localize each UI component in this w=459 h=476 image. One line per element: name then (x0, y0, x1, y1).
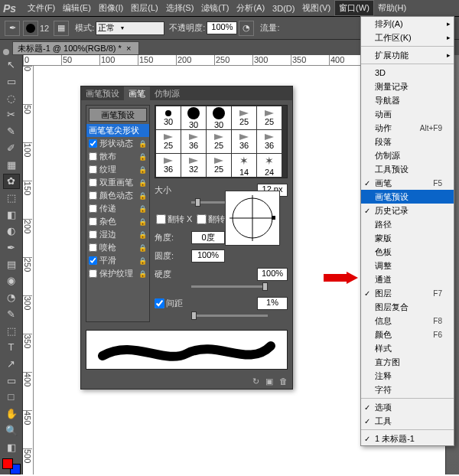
brush-tip-cell[interactable]: 25 (207, 154, 231, 177)
brush-option-row[interactable]: 散布🔒 (86, 150, 149, 163)
brush-option-row[interactable]: 喷枪🔒 (86, 241, 149, 254)
tool-button[interactable]: ▭ (3, 74, 20, 90)
brush-option-row[interactable]: 颜色动态🔒 (86, 189, 149, 202)
menu-item[interactable]: 字符 (361, 383, 454, 396)
brush-preset-picker[interactable] (23, 21, 38, 36)
menu-file[interactable]: 文件(F) (24, 0, 59, 16)
menu-item[interactable]: 调整 (361, 259, 454, 272)
tool-preset-picker[interactable]: ✒ (5, 21, 20, 36)
tool-button[interactable]: ✎ (3, 124, 20, 139)
option-checkbox[interactable] (89, 243, 97, 252)
menu-item[interactable]: 图层复合 (361, 300, 454, 314)
tool-button[interactable]: ◐ (3, 223, 20, 239)
spacing-checkbox[interactable] (155, 298, 164, 308)
menu-item[interactable]: 通道 (361, 272, 454, 286)
tool-button[interactable]: ◧ (3, 207, 20, 222)
menu-item[interactable]: 仿制源 (361, 148, 454, 162)
color-swatches[interactable] (2, 458, 21, 474)
menu-item[interactable]: 蒙版 (361, 231, 454, 245)
brush-presets-header[interactable]: 画笔预设 (89, 108, 147, 122)
tool-button[interactable]: ✐ (3, 141, 20, 156)
menu-3d[interactable]: 3D(D) (269, 0, 298, 16)
menu-item[interactable]: 动画 (361, 107, 454, 121)
menu-item[interactable]: 动作Alt+F9 (361, 121, 454, 135)
new-preset-icon[interactable]: ▣ (265, 377, 273, 386)
tool-button[interactable]: ↖ (3, 57, 20, 73)
menu-filter[interactable]: 滤镜(T) (197, 0, 233, 16)
brush-tip-cell[interactable]: 30 (207, 106, 231, 129)
menu-item[interactable]: 段落 (361, 135, 454, 148)
tool-button[interactable]: 🔍 (3, 422, 20, 438)
angle-field[interactable]: 0度 (191, 231, 225, 244)
menu-item[interactable]: 色板 (361, 245, 454, 259)
tool-button[interactable]: T (3, 340, 20, 355)
tool-button[interactable]: ▤ (3, 256, 20, 272)
spacing-slider[interactable] (191, 311, 268, 321)
option-checkbox[interactable] (89, 165, 97, 174)
menu-item[interactable]: 工作区(K) (361, 31, 454, 44)
brush-tip-cell[interactable]: 32 (181, 154, 206, 177)
menu-item[interactable]: 排列(A) (361, 17, 454, 31)
brush-tip-cell[interactable]: 36 (232, 130, 256, 153)
brush-tip-cell[interactable]: 25 (207, 130, 231, 153)
brush-tip-cell[interactable]: 36 (181, 130, 206, 153)
brush-option-row[interactable]: 平滑🔒 (86, 254, 149, 267)
brush-tip-grid[interactable]: 30303025252536253636363225✶14✶24 (155, 105, 288, 178)
menu-item[interactable]: 测量记录 (361, 80, 454, 93)
brush-tip-cell[interactable]: 25 (257, 106, 282, 129)
menu-item[interactable]: 直方图 (361, 355, 454, 369)
menu-item[interactable]: ✓画笔F5 (361, 176, 454, 190)
tool-button[interactable]: ✂ (3, 107, 20, 122)
brush-option-row[interactable]: 保护纹理🔒 (86, 267, 149, 280)
menu-item[interactable]: 路径 (361, 217, 454, 231)
tool-button[interactable]: ◌ (3, 90, 20, 106)
roundness-field[interactable]: 100% (191, 249, 225, 262)
flip-y-checkbox[interactable] (197, 214, 207, 224)
brush-tip-cell[interactable]: ✶24 (257, 154, 282, 177)
option-checkbox[interactable] (89, 256, 97, 265)
brush-tip-cell[interactable]: 36 (257, 130, 282, 153)
tool-button[interactable]: □ (3, 390, 20, 405)
option-checkbox[interactable] (89, 139, 97, 148)
tab-clone-source[interactable]: 仿制源 (150, 86, 184, 100)
menu-select[interactable]: 选择(S) (162, 0, 198, 16)
brush-option-row[interactable]: 传递🔒 (86, 202, 149, 215)
tool-button[interactable]: ◉ (3, 273, 20, 289)
brush-angle-diagram[interactable] (225, 191, 280, 246)
menu-view[interactable]: 视图(V) (298, 0, 334, 16)
delete-icon[interactable]: 🗑 (279, 377, 288, 386)
tool-button[interactable]: ✋ (3, 406, 20, 422)
tool-button[interactable]: ▦ (3, 157, 20, 172)
menu-help[interactable]: 帮助(H) (374, 0, 410, 16)
tool-button[interactable]: ◔ (3, 290, 20, 305)
menu-item[interactable]: ✓选项 (361, 400, 454, 414)
menu-item[interactable]: 3D (361, 66, 454, 80)
menu-item[interactable]: 扩展功能 (361, 48, 454, 62)
refresh-icon[interactable]: ↻ (252, 377, 259, 386)
menu-item[interactable]: 注释 (361, 369, 454, 383)
tool-button[interactable]: ↗ (3, 357, 20, 372)
menu-layer[interactable]: 图层(L) (127, 0, 161, 16)
menu-item[interactable]: 画笔预设 (361, 190, 454, 204)
option-checkbox[interactable] (89, 191, 97, 200)
menu-item[interactable]: 导航器 (361, 93, 454, 107)
close-icon[interactable]: × (126, 44, 131, 53)
menu-item[interactable]: 信息F8 (361, 314, 454, 328)
tool-button[interactable]: ✿ (3, 174, 20, 189)
menu-item[interactable]: ✓工具 (361, 414, 454, 428)
option-checkbox[interactable] (89, 204, 97, 213)
option-checkbox[interactable] (89, 178, 97, 187)
brush-panel-toggle[interactable]: ▦ (54, 21, 69, 36)
menu-item[interactable]: 颜色F6 (361, 328, 454, 341)
tab-brush[interactable]: 画笔 (124, 86, 150, 100)
brush-option-row[interactable]: 画笔笔尖形状 (86, 124, 149, 137)
spacing-field[interactable]: 1% (257, 297, 288, 310)
brush-tip-cell[interactable]: 30 (156, 106, 181, 129)
menu-item[interactable]: 工具预设 (361, 162, 454, 176)
brush-option-row[interactable]: 双重画笔🔒 (86, 176, 149, 189)
tool-button[interactable]: ✎ (3, 307, 20, 322)
option-checkbox[interactable] (89, 152, 97, 161)
brush-tip-cell[interactable]: 25 (232, 106, 256, 129)
menu-image[interactable]: 图像(I) (95, 0, 127, 16)
opacity-field[interactable]: 100% (207, 21, 237, 34)
